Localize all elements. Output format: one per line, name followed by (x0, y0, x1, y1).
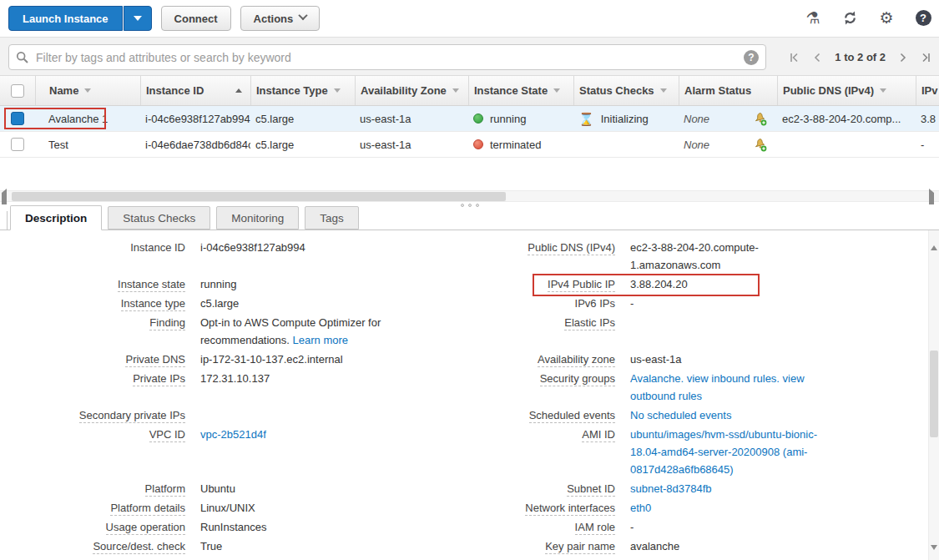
ami-id-link[interactable]: ubuntu/images/hvm-ssd/ubuntu-bionic- 18.… (630, 428, 817, 476)
tab-tags[interactable]: Tags (305, 206, 359, 230)
field-label: Platform details (110, 502, 185, 516)
field-label: AMI ID (582, 428, 615, 442)
help-glyph: ? (920, 12, 926, 24)
select-all-checkbox-cell (0, 76, 35, 105)
vertical-scrollbar[interactable] (928, 230, 939, 560)
experiments-flask-icon[interactable]: ⚗ (804, 8, 822, 27)
detail-tabs: Description Status Checks Monitoring Tag… (0, 204, 939, 230)
launch-instance-button[interactable]: Launch Instance (8, 6, 123, 31)
learn-more-link[interactable]: Learn more (293, 334, 348, 346)
cell-name: Test (35, 132, 140, 157)
row-checkbox-cell (0, 132, 35, 157)
row-checkbox[interactable] (11, 138, 24, 151)
previous-page-icon[interactable] (813, 53, 821, 63)
column-header-instance-type[interactable]: Instance Type (250, 76, 355, 105)
ec2-console-window: Launch Instance Connect Actions ⚗ ⚙ (0, 0, 939, 560)
column-header-instance-id[interactable]: Instance ID (140, 76, 250, 105)
select-all-checkbox[interactable] (11, 84, 24, 98)
settings-gear-icon[interactable]: ⚙ (877, 8, 896, 27)
create-alarm-bell-icon[interactable] (753, 138, 767, 152)
first-page-icon[interactable] (790, 53, 800, 63)
desc-row-source-dest-check: Source/dest. check True Key pair name av… (0, 537, 939, 555)
table-row-avalanche-1[interactable]: Avalanche 1 i-04c6e938f127ab994 c5.large… (0, 106, 939, 132)
table-row-test[interactable]: Test i-04e6dae738db6d84c c5.large us-eas… (0, 132, 939, 158)
filter-bar: ? 1 to 2 of 2 (0, 37, 939, 76)
column-header-instance-state[interactable]: Instance State (468, 76, 573, 105)
column-header-alarm-status[interactable]: Alarm Status (679, 76, 777, 105)
desc-row-platform-details: Platform details Linux/UNIX Network inte… (0, 499, 939, 517)
field-label: Elastic IPs (564, 316, 615, 330)
field-value: Opt-in to AWS Compute Optimizer for reco… (200, 316, 381, 346)
row-checkbox-cell (0, 106, 35, 131)
field-value: RunInstances (200, 521, 267, 533)
chevron-down-icon (299, 11, 308, 20)
search-help-icon[interactable]: ? (744, 50, 759, 65)
column-header-availability-zone[interactable]: Availability Zone (355, 76, 468, 105)
vertical-scrollbar-thumb[interactable] (930, 351, 938, 437)
top-toolbar: Launch Instance Connect Actions ⚗ ⚙ (0, 0, 939, 37)
tab-status-checks[interactable]: Status Checks (108, 206, 210, 230)
column-header-checks-label: Status Checks (579, 84, 654, 97)
subnet-id-link[interactable]: subnet-8d3784fb (630, 482, 712, 495)
field-value: ec2-3-88-204-20.compute- 1.amazonaws.com (630, 241, 759, 271)
launch-instance-dropdown-button[interactable] (124, 6, 152, 31)
launch-instance-label: Launch Instance (23, 13, 109, 25)
tab-description[interactable]: Description (10, 205, 102, 230)
desc-row-instance-state: Instance state running IPv4 Public IP 3.… (0, 275, 939, 293)
last-page-icon[interactable] (921, 53, 931, 63)
sort-caret-icon (334, 88, 341, 93)
field-label: Platform (145, 482, 185, 497)
tab-monitoring[interactable]: Monitoring (216, 206, 299, 230)
cell-availability-zone: us-east-1a (355, 132, 468, 157)
scroll-up-arrow-icon[interactable] (931, 233, 938, 240)
scheduled-events-link[interactable]: No scheduled events (630, 409, 731, 421)
column-header-name-label: Name (49, 84, 78, 97)
field-value: i-04c6e938f127ab994 (200, 241, 305, 254)
field-label: Public DNS (IPv4) (528, 241, 615, 255)
column-header-alarm-label: Alarm Status (684, 84, 751, 97)
field-value: c5.large (200, 297, 239, 310)
field-value: ip-172-31-10-137.ec2.internal (200, 353, 343, 366)
security-groups-link[interactable]: Avalanche. view inbound rules. view outb… (630, 372, 805, 402)
cell-ipv4: 3.8 (916, 106, 939, 131)
scroll-down-arrow-icon[interactable] (931, 550, 938, 557)
field-label: Subnet ID (567, 482, 615, 497)
column-header-dns-label: Public DNS (IPv4) (783, 84, 874, 97)
connect-button[interactable]: Connect (161, 6, 231, 31)
cell-instance-state: terminated (468, 132, 573, 157)
field-label: Finding (149, 316, 185, 330)
field-label: Network interfaces (525, 502, 615, 516)
field-label: Source/dest. check (93, 540, 185, 554)
column-header-status-checks[interactable]: Status Checks (573, 76, 679, 105)
vpc-id-link[interactable]: vpc-2b521d4f (200, 428, 266, 441)
toolbar-utility-icons: ⚗ ⚙ ? (804, 8, 932, 27)
horizontal-scrollbar-thumb[interactable] (12, 192, 506, 201)
help-icon[interactable]: ? (914, 8, 932, 27)
scroll-left-arrow-icon[interactable] (2, 193, 10, 201)
field-value: avalanche (630, 540, 679, 552)
filter-search-input[interactable] (36, 51, 744, 64)
column-header-az-label: Availability Zone (361, 84, 447, 97)
action-buttons: Launch Instance Connect Actions (8, 6, 320, 31)
connect-label: Connect (174, 13, 218, 25)
cell-status-checks: ⌛ Initializing (573, 106, 679, 131)
scroll-right-arrow-icon[interactable] (929, 193, 937, 201)
cell-instance-type: c5.large (250, 106, 355, 131)
cell-instance-id: i-04c6e938f127ab994 (140, 106, 250, 131)
create-alarm-bell-icon[interactable] (753, 112, 767, 126)
table-bottom-whitespace (0, 158, 939, 190)
column-header-public-dns[interactable]: Public DNS (IPv4) (777, 76, 916, 105)
horizontal-scrollbar[interactable] (0, 190, 939, 202)
next-page-icon[interactable] (899, 53, 907, 63)
refresh-icon[interactable] (841, 8, 859, 27)
panel-resize-handle[interactable] (461, 204, 479, 207)
column-header-name[interactable]: Name (35, 76, 140, 105)
field-value: running (200, 278, 236, 290)
actions-button[interactable]: Actions (240, 6, 321, 31)
row-checkbox[interactable] (11, 112, 24, 125)
column-header-ipv4[interactable]: IPv (916, 76, 939, 105)
desc-row-secondary-ips: Secondary private IPs Scheduled events N… (0, 406, 939, 424)
network-interfaces-link[interactable]: eth0 (630, 502, 651, 514)
table-header-row: Name Instance ID Instance Type Availabil… (0, 76, 939, 106)
cell-status-checks (573, 132, 679, 157)
